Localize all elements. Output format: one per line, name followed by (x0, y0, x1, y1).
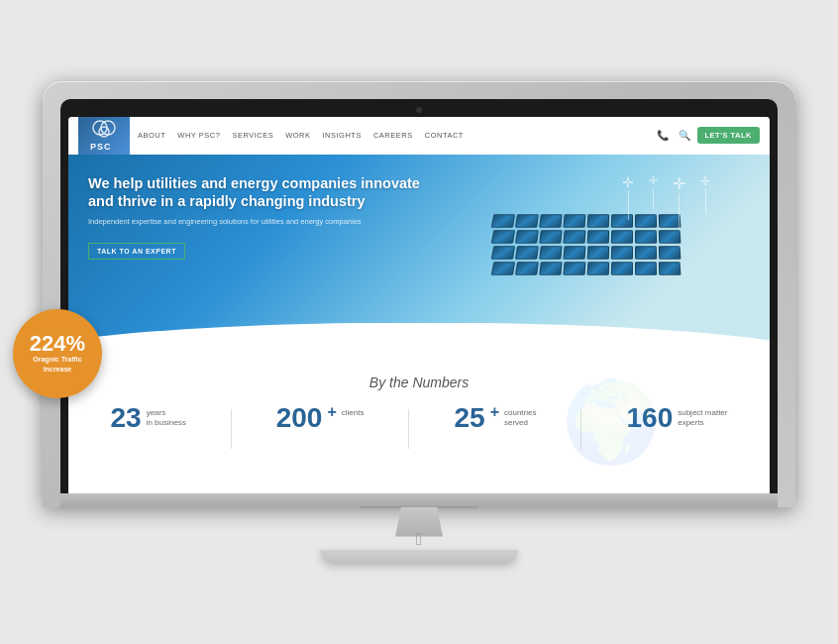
monitor-outer: PSC ABOUT WHY PSC? SERVICES WORK INSIGHT… (43, 81, 795, 507)
nav-services[interactable]: SERVICES (232, 131, 273, 140)
monitor-bezel: PSC ABOUT WHY PSC? SERVICES WORK INSIGHT… (60, 99, 778, 493)
logo-box: PSC (78, 117, 130, 155)
nav-icons: 📞 🔍 (656, 129, 691, 143)
hero-subtext: Independent expertise and engineering so… (88, 217, 366, 226)
hero-headline: We help utilities and energy companies i… (88, 174, 425, 212)
stat-years-number: 23 (111, 404, 142, 432)
hero-content: We help utilities and energy companies i… (68, 155, 770, 280)
screen: PSC ABOUT WHY PSC? SERVICES WORK INSIGHT… (68, 117, 770, 493)
monitor-base (320, 550, 518, 564)
badge-circle: 224% Oragnic Traffic Increase (13, 309, 102, 398)
nav-links: ABOUT WHY PSC? SERVICES WORK INSIGHTS CA… (138, 131, 656, 140)
nav-why-psc[interactable]: WHY PSC? (177, 131, 220, 140)
stat-clients-number: 200 (276, 404, 323, 432)
stat-clients: 200 + clients (276, 404, 365, 432)
badge-text: Oragnic Traffic Increase (33, 355, 81, 373)
stat-clients-label: clients (342, 408, 365, 418)
stat-years: 23 years in business (111, 404, 186, 432)
world-map-bg: 🌍 (512, 373, 710, 472)
stat-years-label: years in business (147, 408, 186, 429)
nav-about[interactable]: ABOUT (138, 131, 165, 140)
hero-section: ✛ ✛ ✛ ✛ We help utilities and energy com… (68, 155, 770, 363)
stat-divider-1 (231, 409, 232, 449)
monitor-stand-top (60, 493, 778, 507)
stat-clients-suffix: + (327, 404, 336, 420)
camera-dot (416, 107, 422, 113)
nav-work[interactable]: WORK (285, 131, 310, 140)
nav-careers[interactable]: CAREERS (373, 131, 413, 140)
lets-talk-button[interactable]: LET'S TALK (697, 127, 760, 144)
nav-contact[interactable]: CONTACT (425, 131, 464, 140)
stat-countries-number: 25 (455, 404, 485, 432)
apple-logo:  (43, 529, 795, 550)
stats-section: 🌍 By the Numbers 23 years in business (68, 363, 770, 465)
monitor-wrapper: 224% Oragnic Traffic Increase (43, 81, 795, 564)
badge-percent: 224% (30, 333, 85, 355)
phone-icon[interactable]: 📞 (656, 129, 670, 143)
nav-bar: PSC ABOUT WHY PSC? SERVICES WORK INSIGHT… (68, 117, 770, 155)
logo-icon (90, 120, 118, 138)
nav-insights[interactable]: INSIGHTS (323, 131, 362, 140)
stat-countries-suffix: + (490, 404, 499, 420)
stat-divider-2 (408, 409, 409, 449)
search-icon[interactable]: 🔍 (678, 129, 691, 143)
svg-point-2 (99, 127, 109, 137)
talk-to-expert-button[interactable]: TALK TO AN EXPERT (88, 243, 185, 260)
logo-text: PSC (90, 142, 118, 152)
